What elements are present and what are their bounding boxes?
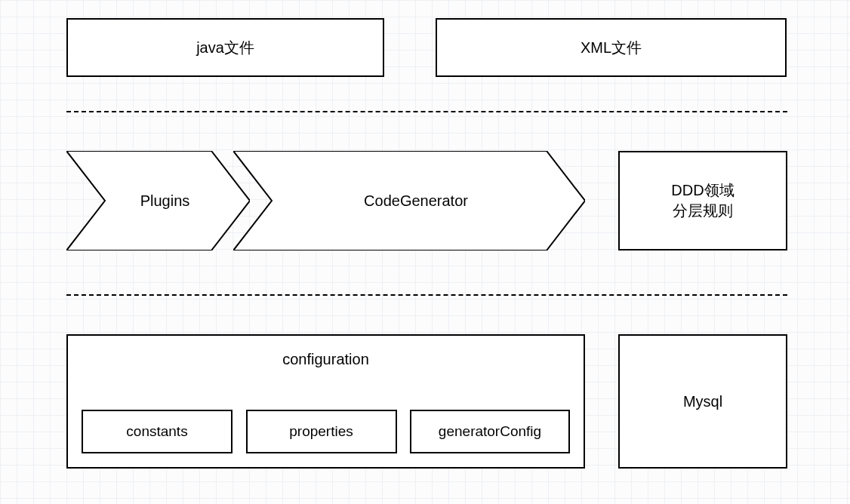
xml-file-label: XML文件 [581,38,642,58]
divider-2 [66,294,787,296]
ddd-label-line1: DDD领域 [671,180,734,201]
mysql-box: Mysql [618,334,787,469]
plugins-arrow: Plugins [66,151,250,250]
constants-box: constants [82,410,233,453]
svg-marker-1 [233,151,585,250]
xml-file-box: XML文件 [436,18,787,77]
ddd-box: DDD领域 分层规则 [618,151,787,250]
constants-label: constants [126,423,187,440]
svg-marker-0 [66,151,250,250]
java-file-label: java文件 [196,38,254,58]
generator-config-box: generatorConfig [410,410,570,453]
mysql-label: Mysql [683,393,722,410]
properties-label: properties [289,423,353,440]
code-generator-arrow: CodeGenerator [233,151,585,250]
configuration-label: configuration [68,336,584,368]
properties-box: properties [246,410,397,453]
divider-1 [66,111,787,112]
java-file-box: java文件 [66,18,384,77]
ddd-label-line2: 分层规则 [673,201,733,221]
configuration-box: configuration constants properties gener… [66,334,585,469]
generator-config-label: generatorConfig [439,423,541,440]
